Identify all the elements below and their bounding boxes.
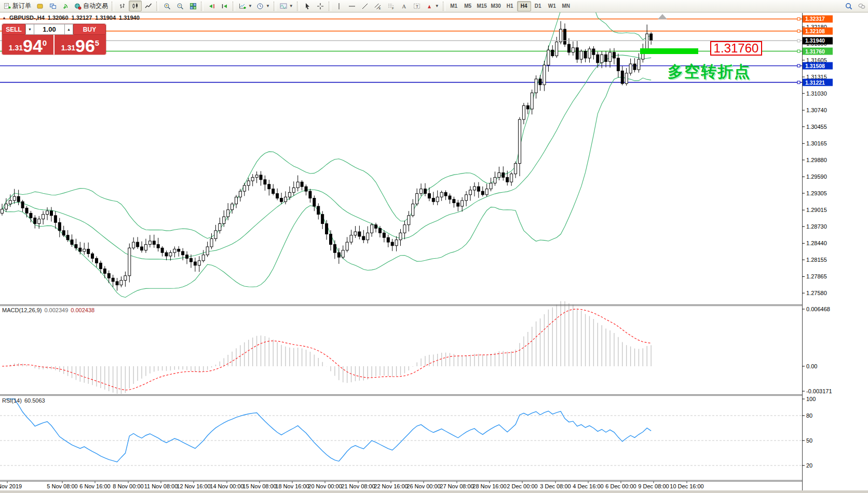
volume-increase-button[interactable]: ▲	[64, 24, 73, 35]
period-button[interactable]: ▼	[254, 1, 272, 11]
toolbar-separator	[329, 2, 331, 11]
toolbar-separator	[443, 2, 445, 11]
svg-text:0.006468: 0.006468	[806, 306, 830, 312]
vertical-line-tool-button[interactable]	[333, 1, 346, 11]
svg-text:14 Nov 00:00: 14 Nov 00:00	[210, 483, 243, 489]
svg-text:6 Dec 00:00: 6 Dec 00:00	[605, 483, 636, 489]
zoom-out-button[interactable]	[173, 1, 186, 11]
svg-text:4 Nov 2019: 4 Nov 2019	[0, 483, 22, 489]
ohlc-open: 1.32060	[48, 15, 69, 21]
arrows-tool-button[interactable]: ▼	[424, 1, 441, 11]
crosshair-tool-button[interactable]	[314, 1, 327, 11]
timeframe-w1[interactable]: W1	[545, 1, 559, 11]
volume-input[interactable]	[34, 24, 64, 35]
label-tool-button[interactable]: T	[411, 1, 424, 11]
toolbar-separator	[201, 2, 204, 11]
svg-text:1.31760: 1.31760	[805, 48, 825, 55]
svg-text:15 Nov 08:00: 15 Nov 08:00	[242, 483, 276, 489]
svg-text:18 Nov 16:00: 18 Nov 16:00	[275, 483, 309, 489]
winds-icon	[49, 3, 57, 10]
autotrading-button[interactable]: 自动交易	[72, 1, 110, 11]
line-chart-button[interactable]	[142, 1, 155, 11]
macd-label: MACD(12,26,9)0.0023490.002438	[2, 307, 94, 313]
svg-text:1.31221: 1.31221	[805, 79, 825, 86]
horizontal-line-tool-button[interactable]	[346, 1, 359, 11]
price-annotation-box[interactable]: 1.31760	[710, 41, 762, 56]
add-indicator-button[interactable]: ▼	[237, 1, 254, 11]
svg-text:3 Dec 08:00: 3 Dec 08:00	[540, 483, 571, 489]
sell-price-prefix: 1.31	[9, 44, 23, 52]
chevron-down-icon: ▼	[266, 4, 270, 8]
svg-text:1.29305: 1.29305	[806, 190, 827, 196]
sell-button[interactable]: SELL	[2, 24, 25, 35]
chevron-down-icon: ▼	[248, 4, 252, 8]
market-watch-button[interactable]	[33, 1, 46, 11]
cursor-icon	[304, 3, 311, 10]
volume-decrease-button[interactable]: ▼	[25, 24, 34, 35]
arrows-icon	[426, 3, 433, 10]
search-button[interactable]	[842, 1, 855, 11]
timeframe-h1[interactable]: H1	[503, 1, 517, 11]
svg-text:1.32317: 1.32317	[805, 16, 825, 22]
sell-price[interactable]: 1.31 94 0	[2, 35, 53, 55]
turning-point-text[interactable]: 多空转折点	[668, 61, 751, 83]
svg-text:22 Nov 16:00: 22 Nov 16:00	[374, 483, 408, 489]
svg-text:1.30165: 1.30165	[806, 140, 827, 146]
candlestick-chart-button[interactable]	[129, 1, 142, 11]
data-window-button[interactable]	[46, 1, 59, 11]
svg-text:9 Dec 08:00: 9 Dec 08:00	[638, 483, 669, 489]
timeframe-d1[interactable]: D1	[531, 1, 545, 11]
svg-text:1.28155: 1.28155	[806, 257, 827, 263]
svg-text:1.31508: 1.31508	[805, 63, 825, 69]
support-zone-bar[interactable]	[640, 48, 698, 54]
tiles-icon	[189, 3, 197, 10]
ohlc-low: 1.31904	[95, 15, 116, 21]
auto-scroll-button[interactable]	[218, 1, 231, 11]
wave-icon	[280, 3, 287, 10]
sell-price-big: 94	[23, 38, 43, 54]
ohlc-high: 1.32127	[72, 15, 92, 21]
svg-text:1.30455: 1.30455	[806, 124, 827, 130]
zoom-in-button[interactable]	[160, 1, 173, 11]
timeframe-mn[interactable]: MN	[559, 1, 573, 11]
equidistant-channel-tool-button[interactable]: E	[372, 1, 385, 11]
signal-icon	[62, 3, 70, 10]
timeframe-h4[interactable]: H4	[517, 1, 531, 11]
svg-text:10 Dec 16:00: 10 Dec 16:00	[670, 483, 703, 489]
macd-signal-value: 0.002438	[71, 307, 94, 313]
chart-shift-button[interactable]	[205, 1, 218, 11]
chat-button[interactable]	[855, 1, 868, 11]
tile-windows-button[interactable]	[186, 1, 199, 11]
bar-chart-button[interactable]	[116, 1, 129, 11]
svg-text:11 Nov 08:00: 11 Nov 08:00	[144, 483, 178, 489]
zoomout-icon	[177, 3, 184, 10]
navigator-button[interactable]	[59, 1, 72, 11]
text-tool-button[interactable]: A	[398, 1, 411, 11]
svg-text:8 Nov 00:00: 8 Nov 00:00	[113, 483, 143, 489]
toolbar-separator	[112, 2, 114, 11]
toolbar-separator	[274, 2, 276, 11]
svg-text:1.27865: 1.27865	[806, 273, 827, 279]
template-button[interactable]: ▼	[278, 1, 295, 11]
svg-text:5 Nov 08:00: 5 Nov 08:00	[47, 483, 77, 489]
timeframe-m30[interactable]: M30	[489, 1, 503, 11]
buy-price[interactable]: 1.31 96 5	[55, 35, 106, 55]
timeframe-m5[interactable]: M5	[461, 1, 475, 11]
chat-icon	[858, 3, 865, 10]
timeframe-m15[interactable]: M15	[475, 1, 489, 11]
timeframe-m1[interactable]: M1	[447, 1, 461, 11]
toolbar-separator	[156, 2, 159, 11]
chart-mark-icon: ▲	[2, 16, 6, 20]
cursor-tool-button[interactable]	[301, 1, 314, 11]
new-order-button[interactable]: 新订单	[2, 1, 33, 11]
buy-button[interactable]: BUY	[73, 24, 106, 35]
tline-icon	[361, 3, 369, 10]
fibonacci-tool-button[interactable]: F	[385, 1, 398, 11]
trendline-tool-button[interactable]	[359, 1, 372, 11]
toolbar: 新订单自动交易▼▼▼EFAT▼M1M5M15M30H1H4D1W1MN	[0, 0, 868, 12]
fibo-icon: F	[387, 3, 395, 10]
shift-icon	[208, 3, 215, 10]
svg-text:T: T	[416, 4, 418, 9]
rsi-label: RSI(14)60.5063	[2, 397, 45, 404]
svg-text:0.00: 0.00	[806, 363, 817, 369]
